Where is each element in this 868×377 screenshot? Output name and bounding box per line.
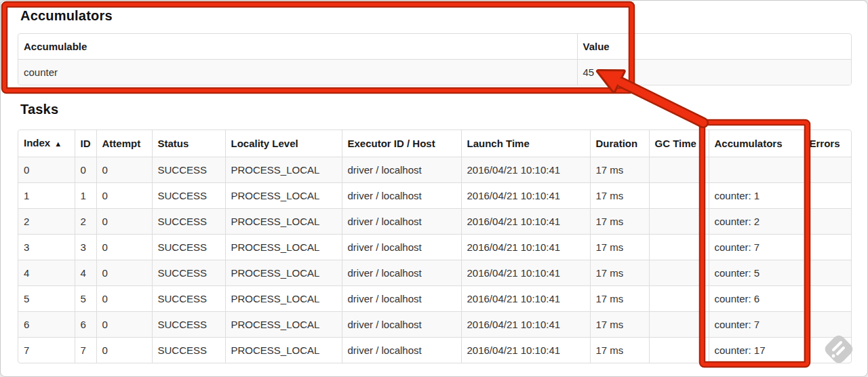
task-cell — [804, 235, 851, 260]
task-row: 770SUCCESSPROCESS_LOCALdriver / localhos… — [18, 338, 851, 363]
task-cell: 1 — [18, 183, 75, 209]
tasks-header-row: Index▲ ID Attempt Status Locality Level … — [18, 130, 851, 157]
task-cell: 2016/04/21 10:10:41 — [461, 260, 590, 286]
task-cell: SUCCESS — [152, 157, 225, 183]
task-cell: 0 — [18, 157, 75, 183]
task-cell: counter: 1 — [709, 183, 804, 209]
tasks-section-title: Tasks — [20, 102, 58, 117]
task-cell — [804, 157, 851, 183]
accumulators-column-header[interactable]: Accumulators — [709, 130, 804, 157]
task-cell: SUCCESS — [152, 209, 225, 235]
task-cell: 0 — [96, 260, 152, 286]
task-cell: 7 — [75, 338, 96, 363]
errors-column-header[interactable]: Errors — [804, 130, 851, 157]
task-cell: 2016/04/21 10:10:41 — [461, 209, 590, 235]
task-cell: SUCCESS — [152, 338, 225, 363]
task-cell — [804, 338, 851, 363]
task-cell: 17 ms — [590, 235, 649, 260]
task-cell: SUCCESS — [152, 183, 225, 209]
task-cell: 2 — [18, 209, 75, 235]
task-cell: PROCESS_LOCAL — [225, 183, 342, 209]
task-row: 000SUCCESSPROCESS_LOCALdriver / localhos… — [18, 157, 851, 183]
task-row: 440SUCCESSPROCESS_LOCALdriver / localhos… — [18, 260, 851, 286]
duration-column-header[interactable]: Duration — [590, 130, 649, 157]
task-cell: counter: 2 — [709, 209, 804, 235]
attempt-column-header[interactable]: Attempt — [96, 130, 152, 157]
gc-time-column-header[interactable]: GC Time — [649, 130, 709, 157]
task-cell — [804, 312, 851, 338]
sort-ascending-icon: ▲ — [50, 140, 62, 148]
executor-id-host-column-header[interactable]: Executor ID / Host — [342, 130, 461, 157]
task-cell: PROCESS_LOCAL — [225, 260, 342, 286]
task-cell: 6 — [75, 312, 96, 338]
task-cell: 2016/04/21 10:10:41 — [461, 312, 590, 338]
task-cell — [649, 235, 709, 260]
task-cell: driver / localhost — [342, 312, 461, 338]
accumulators-table: Accumulable Value counter 45 — [18, 33, 852, 85]
task-cell: counter: 5 — [709, 260, 804, 286]
task-cell: 0 — [96, 312, 152, 338]
accumulable-column-header[interactable]: Accumulable — [18, 34, 577, 60]
task-cell: 4 — [18, 260, 75, 286]
accumulators-section-title: Accumulators — [20, 8, 113, 24]
task-cell: 0 — [96, 209, 152, 235]
task-cell — [804, 260, 851, 286]
task-cell: 0 — [96, 286, 152, 312]
task-cell: counter: 6 — [709, 286, 804, 312]
task-cell: 3 — [75, 235, 96, 260]
index-column-header[interactable]: Index▲ — [18, 130, 75, 157]
spark-stage-page: Accumulators Accumulable Value counter 4… — [0, 0, 868, 377]
launch-time-column-header[interactable]: Launch Time — [461, 130, 590, 157]
accumulator-value-cell: 45 — [577, 60, 851, 85]
task-cell: 2016/04/21 10:10:41 — [461, 235, 590, 260]
task-cell: PROCESS_LOCAL — [225, 312, 342, 338]
task-cell: 7 — [18, 338, 75, 363]
task-cell — [649, 260, 709, 286]
task-cell: 0 — [96, 338, 152, 363]
task-cell: 0 — [75, 157, 96, 183]
task-cell: counter: 7 — [709, 312, 804, 338]
task-cell: 2016/04/21 10:10:41 — [461, 338, 590, 363]
task-cell: 1 — [75, 183, 96, 209]
task-cell: 5 — [75, 286, 96, 312]
status-column-header[interactable]: Status — [152, 130, 225, 157]
task-cell: 2016/04/21 10:10:41 — [461, 157, 590, 183]
task-cell — [804, 209, 851, 235]
task-cell — [649, 157, 709, 183]
task-cell: counter: 17 — [709, 338, 804, 363]
task-cell: 17 ms — [590, 260, 649, 286]
locality-level-column-header[interactable]: Locality Level — [225, 130, 342, 157]
task-cell — [649, 338, 709, 363]
task-cell: driver / localhost — [342, 183, 461, 209]
task-cell: SUCCESS — [152, 235, 225, 260]
accumulator-row: counter 45 — [18, 60, 851, 85]
task-cell — [804, 183, 851, 209]
id-column-header[interactable]: ID — [75, 130, 96, 157]
task-cell: 17 ms — [590, 157, 649, 183]
task-cell: PROCESS_LOCAL — [225, 235, 342, 260]
task-cell: 17 ms — [590, 338, 649, 363]
task-cell: 0 — [96, 157, 152, 183]
task-cell: PROCESS_LOCAL — [225, 286, 342, 312]
task-row: 110SUCCESSPROCESS_LOCALdriver / localhos… — [18, 183, 851, 209]
task-cell: SUCCESS — [152, 312, 225, 338]
value-column-header[interactable]: Value — [577, 34, 851, 60]
task-cell: 0 — [96, 235, 152, 260]
task-cell: SUCCESS — [152, 286, 225, 312]
task-cell: counter: 7 — [709, 235, 804, 260]
task-cell: driver / localhost — [342, 260, 461, 286]
task-cell: driver / localhost — [342, 235, 461, 260]
task-cell: 0 — [96, 183, 152, 209]
task-cell: PROCESS_LOCAL — [225, 338, 342, 363]
accumulable-name-cell: counter — [18, 60, 577, 85]
task-cell: 6 — [18, 312, 75, 338]
task-cell — [649, 183, 709, 209]
task-cell: 3 — [18, 235, 75, 260]
task-cell: 17 ms — [590, 286, 649, 312]
task-cell: 2016/04/21 10:10:41 — [461, 183, 590, 209]
task-cell: driver / localhost — [342, 157, 461, 183]
task-cell: PROCESS_LOCAL — [225, 157, 342, 183]
task-cell: driver / localhost — [342, 338, 461, 363]
task-cell: 17 ms — [590, 183, 649, 209]
task-cell — [804, 286, 851, 312]
